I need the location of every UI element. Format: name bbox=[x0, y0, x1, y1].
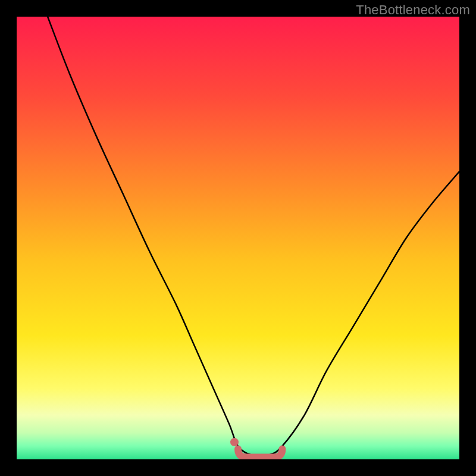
watermark-text: TheBottleneck.com bbox=[356, 2, 470, 18]
chart-svg bbox=[17, 17, 459, 459]
valley-dot bbox=[230, 438, 239, 446]
gradient-background bbox=[17, 17, 459, 459]
chart-frame bbox=[17, 17, 459, 459]
